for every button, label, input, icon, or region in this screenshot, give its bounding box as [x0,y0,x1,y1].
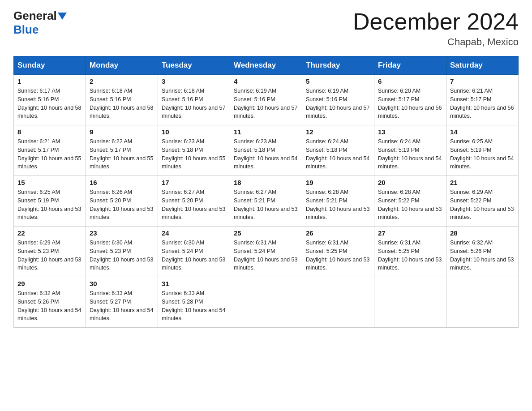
calendar-day-cell: 28 Sunrise: 6:32 AMSunset: 5:26 PMDaylig… [446,227,519,277]
day-number: 14 [450,128,515,136]
logo: General Blue [13,9,68,37]
calendar-day-cell: 10 Sunrise: 6:23 AMSunset: 5:18 PMDaylig… [158,125,230,176]
day-info: Sunrise: 6:31 AMSunset: 5:25 PMDaylight:… [306,240,369,271]
calendar-day-cell: 20 Sunrise: 6:28 AMSunset: 5:22 PMDaylig… [374,176,446,227]
calendar-day-cell: 31 Sunrise: 6:33 AMSunset: 5:28 PMDaylig… [158,277,230,328]
empty-cell [374,277,446,328]
weekday-header-thursday: Thursday [302,56,374,75]
day-number: 2 [90,77,154,85]
calendar-day-cell: 12 Sunrise: 6:24 AMSunset: 5:18 PMDaylig… [302,125,374,176]
calendar-day-cell: 23 Sunrise: 6:30 AMSunset: 5:23 PMDaylig… [86,227,158,277]
calendar-day-cell: 9 Sunrise: 6:22 AMSunset: 5:17 PMDayligh… [86,125,158,176]
day-number: 20 [378,179,442,186]
day-number: 30 [90,280,154,287]
day-info: Sunrise: 6:21 AMSunset: 5:17 PMDaylight:… [450,88,514,119]
day-info: Sunrise: 6:17 AMSunset: 5:16 PMDaylight:… [17,88,81,119]
calendar-day-cell: 13 Sunrise: 6:24 AMSunset: 5:19 PMDaylig… [374,125,446,176]
calendar-table: SundayMondayTuesdayWednesdayThursdayFrid… [13,56,519,328]
day-number: 22 [17,229,82,237]
day-info: Sunrise: 6:28 AMSunset: 5:21 PMDaylight:… [306,189,369,220]
day-number: 18 [234,179,298,186]
month-title: December 2024 [353,9,519,34]
calendar-day-cell: 5 Sunrise: 6:19 AMSunset: 5:16 PMDayligh… [302,75,374,125]
day-number: 16 [90,179,154,186]
day-number: 29 [17,280,82,287]
calendar-day-cell: 16 Sunrise: 6:26 AMSunset: 5:20 PMDaylig… [86,176,158,227]
day-info: Sunrise: 6:24 AMSunset: 5:19 PMDaylight:… [378,138,442,170]
day-info: Sunrise: 6:25 AMSunset: 5:19 PMDaylight:… [17,189,81,220]
weekday-header-sunday: Sunday [14,56,86,75]
day-number: 24 [162,229,226,237]
day-number: 28 [450,229,515,237]
day-number: 8 [17,128,82,136]
day-number: 31 [162,280,226,287]
weekday-header-monday: Monday [86,56,158,75]
calendar-day-cell: 11 Sunrise: 6:23 AMSunset: 5:18 PMDaylig… [230,125,302,176]
calendar-day-cell: 8 Sunrise: 6:21 AMSunset: 5:17 PMDayligh… [14,125,86,176]
day-number: 5 [306,77,370,85]
day-info: Sunrise: 6:22 AMSunset: 5:17 PMDaylight:… [90,138,153,170]
calendar-day-cell: 30 Sunrise: 6:33 AMSunset: 5:27 PMDaylig… [86,277,158,328]
day-info: Sunrise: 6:18 AMSunset: 5:16 PMDaylight:… [162,88,225,119]
day-number: 19 [306,179,370,186]
weekday-header-friday: Friday [374,56,446,75]
day-number: 6 [378,77,442,85]
calendar-week-row: 1 Sunrise: 6:17 AMSunset: 5:16 PMDayligh… [14,75,519,125]
calendar-day-cell: 17 Sunrise: 6:27 AMSunset: 5:20 PMDaylig… [158,176,230,227]
day-info: Sunrise: 6:25 AMSunset: 5:19 PMDaylight:… [450,138,514,170]
calendar-day-cell: 4 Sunrise: 6:19 AMSunset: 5:16 PMDayligh… [230,75,302,125]
day-info: Sunrise: 6:30 AMSunset: 5:24 PMDaylight:… [162,240,225,271]
calendar-week-row: 8 Sunrise: 6:21 AMSunset: 5:17 PMDayligh… [14,125,519,176]
day-info: Sunrise: 6:31 AMSunset: 5:25 PMDaylight:… [378,240,442,271]
day-info: Sunrise: 6:20 AMSunset: 5:17 PMDaylight:… [378,88,442,119]
day-info: Sunrise: 6:28 AMSunset: 5:22 PMDaylight:… [378,189,442,220]
day-number: 15 [17,179,82,186]
calendar-day-cell: 14 Sunrise: 6:25 AMSunset: 5:19 PMDaylig… [446,125,519,176]
day-info: Sunrise: 6:32 AMSunset: 5:26 PMDaylight:… [17,290,81,321]
calendar-day-cell: 26 Sunrise: 6:31 AMSunset: 5:25 PMDaylig… [302,227,374,277]
calendar-day-cell: 18 Sunrise: 6:27 AMSunset: 5:21 PMDaylig… [230,176,302,227]
day-info: Sunrise: 6:33 AMSunset: 5:28 PMDaylight:… [162,290,225,321]
day-info: Sunrise: 6:29 AMSunset: 5:23 PMDaylight:… [17,240,81,271]
day-info: Sunrise: 6:23 AMSunset: 5:18 PMDaylight:… [234,138,297,170]
day-number: 25 [234,229,298,237]
day-number: 1 [17,77,82,85]
calendar-day-cell: 21 Sunrise: 6:29 AMSunset: 5:22 PMDaylig… [446,176,519,227]
day-info: Sunrise: 6:27 AMSunset: 5:20 PMDaylight:… [162,189,225,220]
calendar-day-cell: 7 Sunrise: 6:21 AMSunset: 5:17 PMDayligh… [446,75,519,125]
day-info: Sunrise: 6:27 AMSunset: 5:21 PMDaylight:… [234,189,297,220]
day-number: 26 [306,229,370,237]
calendar-day-cell: 1 Sunrise: 6:17 AMSunset: 5:16 PMDayligh… [14,75,86,125]
day-info: Sunrise: 6:19 AMSunset: 5:16 PMDaylight:… [306,88,369,119]
day-number: 11 [234,128,298,136]
day-number: 4 [234,77,298,85]
calendar-day-cell: 22 Sunrise: 6:29 AMSunset: 5:23 PMDaylig… [14,227,86,277]
day-number: 12 [306,128,370,136]
weekday-header-tuesday: Tuesday [158,56,230,75]
page-header: General Blue December 2024 Chapab, Mexic… [13,9,519,48]
calendar-week-row: 22 Sunrise: 6:29 AMSunset: 5:23 PMDaylig… [14,227,519,277]
calendar-day-cell: 3 Sunrise: 6:18 AMSunset: 5:16 PMDayligh… [158,75,230,125]
day-number: 23 [90,229,154,237]
calendar-day-cell: 25 Sunrise: 6:31 AMSunset: 5:24 PMDaylig… [230,227,302,277]
calendar-day-cell: 2 Sunrise: 6:18 AMSunset: 5:16 PMDayligh… [86,75,158,125]
day-number: 7 [450,77,515,85]
weekday-header-saturday: Saturday [446,56,519,75]
day-number: 10 [162,128,226,136]
day-number: 17 [162,179,226,186]
calendar-day-cell: 29 Sunrise: 6:32 AMSunset: 5:26 PMDaylig… [14,277,86,328]
day-info: Sunrise: 6:30 AMSunset: 5:23 PMDaylight:… [90,240,153,271]
day-number: 21 [450,179,515,186]
day-info: Sunrise: 6:18 AMSunset: 5:16 PMDaylight:… [90,88,153,119]
day-info: Sunrise: 6:29 AMSunset: 5:22 PMDaylight:… [450,189,514,220]
calendar-day-cell: 27 Sunrise: 6:31 AMSunset: 5:25 PMDaylig… [374,227,446,277]
day-info: Sunrise: 6:19 AMSunset: 5:16 PMDaylight:… [234,88,297,119]
day-info: Sunrise: 6:23 AMSunset: 5:18 PMDaylight:… [162,138,225,170]
logo-general-text: General [13,9,57,23]
day-info: Sunrise: 6:33 AMSunset: 5:27 PMDaylight:… [90,290,153,321]
day-number: 3 [162,77,226,85]
day-info: Sunrise: 6:32 AMSunset: 5:26 PMDaylight:… [450,240,514,271]
day-number: 27 [378,229,442,237]
calendar-day-cell: 19 Sunrise: 6:28 AMSunset: 5:21 PMDaylig… [302,176,374,227]
empty-cell [230,277,302,328]
